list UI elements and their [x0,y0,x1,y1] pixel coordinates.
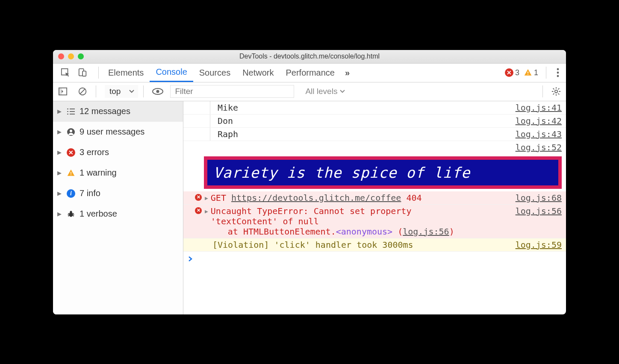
clear-console-button[interactable] [73,82,92,101]
expand-toggle[interactable]: ▶ [203,193,211,201]
console-sidebar: ▶ 12 messages ▶ 9 user messages ▶ ✕ 3 er… [53,101,183,314]
source-link[interactable]: log.js:56 [403,226,449,237]
filter-input[interactable] [170,85,294,98]
svg-point-6 [557,72,559,74]
svg-point-14 [555,90,557,93]
devtools-window: DevTools - devtools.glitch.me/console/lo… [53,50,566,314]
console-settings-button[interactable] [546,82,566,101]
chevron-down-icon [340,89,345,94]
device-toolbar-icon[interactable] [78,68,87,77]
tab-console[interactable]: Console [150,64,193,82]
toggle-sidebar-button[interactable] [53,82,73,101]
styled-log-text: Variety is the spice of life [204,156,562,189]
console-prompt[interactable] [183,252,566,266]
titlebar: DevTools - devtools.glitch.me/console/lo… [53,50,566,64]
list-icon [67,108,75,115]
sidebar-item-warnings[interactable]: ▶ 1 warning [53,163,183,183]
svg-point-5 [557,68,559,70]
svg-line-11 [80,89,85,94]
log-row: Don log.js:42 [183,114,566,128]
tab-sources[interactable]: Sources [193,64,236,82]
svg-point-7 [557,75,559,77]
svg-point-34 [70,211,72,213]
user-icon [67,128,75,136]
sidebar-item-user[interactable]: ▶ 9 user messages [53,122,183,142]
sidebar-item-info[interactable]: ▶ i 7 info [53,183,183,204]
error-icon: ✕ [195,194,202,201]
source-link[interactable]: log.js:42 [516,116,562,126]
zoom-window-button[interactable] [78,53,84,59]
window-title: DevTools - devtools.glitch.me/console/lo… [53,53,566,60]
error-icon: ✕ [505,68,513,77]
sidebar-item-messages[interactable]: ▶ 12 messages [53,101,183,122]
log-row: log.js:52 [183,141,566,154]
log-row-error: ✕ ▶ Uncaught TypeError: Cannot set prope… [183,205,566,238]
info-icon: i [67,189,75,198]
log-row: Mike log.js:41 [183,101,566,114]
kebab-menu-button[interactable] [550,68,566,77]
prompt-chevron-icon [188,256,194,262]
svg-rect-3 [528,72,528,73]
tab-performance[interactable]: Performance [280,64,341,82]
tab-network[interactable]: Network [236,64,280,82]
svg-rect-2 [83,71,86,76]
more-tabs-button[interactable]: » [341,68,354,78]
svg-line-37 [68,215,69,216]
bug-icon [67,210,75,218]
sidebar-item-verbose[interactable]: ▶ 1 verbose [53,204,183,224]
svg-rect-31 [71,172,71,173]
chevron-down-icon [129,89,134,94]
minimize-window-button[interactable] [68,53,74,59]
source-link[interactable]: log.js:43 [516,129,562,139]
gear-icon [551,87,561,96]
svg-rect-4 [528,74,528,75]
svg-line-38 [72,215,74,216]
log-row-error: ✕ ▶ GET https://devtools.glitch.me/coffe… [183,191,566,205]
svg-rect-9 [59,88,62,95]
source-link[interactable]: log.js:41 [516,103,562,113]
warning-count-badge[interactable]: 1 [524,68,538,77]
traffic-lights [58,53,84,59]
request-url-link[interactable]: https://devtools.glitch.me/coffee [231,193,401,203]
log-row-violation: [Violation] 'click' handler took 3000ms … [183,238,566,252]
error-icon: ✕ [195,207,202,214]
svg-line-19 [553,88,554,90]
svg-point-13 [156,90,159,93]
svg-rect-32 [71,174,71,175]
log-row-styled: Variety is the spice of life [183,154,566,191]
source-link[interactable]: log.js:68 [516,193,562,203]
svg-point-30 [70,129,72,132]
source-link[interactable]: log.js:52 [516,142,562,153]
live-expression-button[interactable] [147,82,168,101]
log-row: Raph log.js:43 [183,128,566,141]
inspect-element-icon[interactable] [61,68,70,77]
svg-line-22 [558,88,560,90]
console-output: Mike log.js:41 Don log.js:42 Raph log.js… [183,101,566,314]
svg-line-21 [553,94,554,95]
panel-tabstrip: Elements Console Sources Network Perform… [53,64,566,82]
warning-icon [524,68,532,77]
source-link[interactable]: log.js:56 [516,206,562,216]
log-level-select[interactable]: All levels [305,87,345,96]
execution-context-select[interactable]: top [105,85,138,98]
svg-line-20 [558,94,560,95]
close-window-button[interactable] [58,53,64,59]
error-icon: ✕ [67,148,75,157]
source-link[interactable]: log.js:59 [516,240,562,250]
expand-toggle[interactable]: ▶ [203,206,211,214]
error-count-badge[interactable]: ✕ 3 [505,68,519,77]
console-toolbar: top All levels [53,82,566,101]
tab-elements[interactable]: Elements [102,64,150,82]
sidebar-item-errors[interactable]: ▶ ✕ 3 errors [53,142,183,163]
warning-icon [67,169,75,177]
